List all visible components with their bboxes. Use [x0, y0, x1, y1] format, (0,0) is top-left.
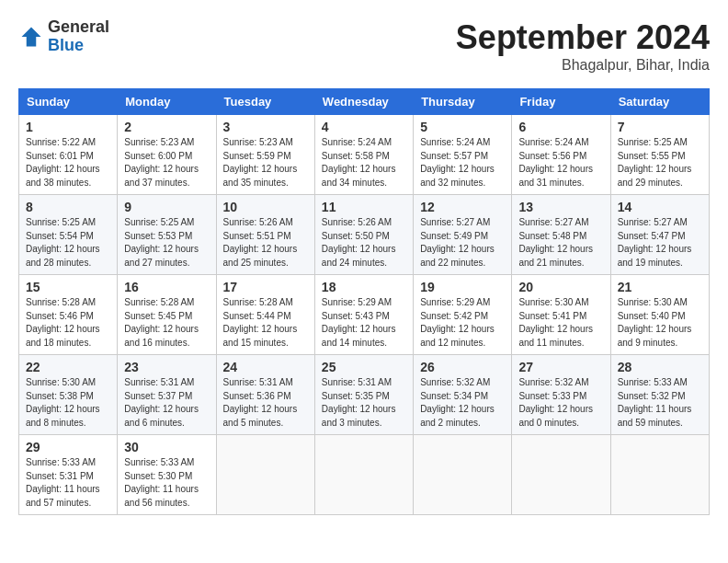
day-info: Sunrise: 5:30 AM Sunset: 5:41 PM Dayligh…	[518, 296, 603, 350]
day-number: 19	[420, 280, 505, 294]
day-info: Sunrise: 5:24 AM Sunset: 5:57 PM Dayligh…	[420, 136, 505, 190]
day-info: Sunrise: 5:28 AM Sunset: 5:44 PM Dayligh…	[223, 296, 308, 350]
weekday-header: Sunday	[19, 89, 118, 115]
calendar-cell: 24Sunrise: 5:31 AM Sunset: 5:36 PM Dayli…	[216, 355, 314, 435]
day-info: Sunrise: 5:27 AM Sunset: 5:47 PM Dayligh…	[618, 216, 702, 270]
day-info: Sunrise: 5:29 AM Sunset: 5:43 PM Dayligh…	[322, 296, 406, 350]
day-number: 7	[618, 120, 702, 134]
calendar-cell: 6Sunrise: 5:24 AM Sunset: 5:56 PM Daylig…	[512, 115, 610, 195]
calendar-cell: 3Sunrise: 5:23 AM Sunset: 5:59 PM Daylig…	[216, 115, 314, 195]
page-header: General Blue September 2024 Bhagalpur, B…	[18, 18, 710, 74]
logo: General Blue	[18, 18, 109, 55]
calendar-table: SundayMondayTuesdayWednesdayThursdayFrid…	[18, 88, 710, 515]
day-number: 29	[26, 440, 110, 454]
day-number: 16	[124, 280, 209, 294]
calendar-cell: 26Sunrise: 5:32 AM Sunset: 5:34 PM Dayli…	[414, 355, 512, 435]
weekday-header: Friday	[512, 89, 610, 115]
day-info: Sunrise: 5:30 AM Sunset: 5:40 PM Dayligh…	[618, 296, 702, 350]
calendar-cell	[610, 435, 709, 515]
day-number: 20	[518, 280, 603, 294]
day-number: 17	[223, 280, 308, 294]
day-number: 8	[26, 200, 110, 214]
calendar-cell: 13Sunrise: 5:27 AM Sunset: 5:48 PM Dayli…	[512, 195, 610, 275]
calendar-cell: 16Sunrise: 5:28 AM Sunset: 5:45 PM Dayli…	[118, 275, 216, 355]
month-title: September 2024	[456, 18, 710, 57]
calendar-cell: 25Sunrise: 5:31 AM Sunset: 5:35 PM Dayli…	[314, 355, 413, 435]
title-block: September 2024 Bhagalpur, Bihar, India	[456, 18, 710, 74]
logo-general: General	[48, 17, 109, 36]
day-number: 2	[124, 120, 209, 134]
calendar-week-row: 22Sunrise: 5:30 AM Sunset: 5:38 PM Dayli…	[19, 355, 710, 435]
day-info: Sunrise: 5:25 AM Sunset: 5:54 PM Dayligh…	[26, 216, 110, 270]
day-info: Sunrise: 5:25 AM Sunset: 5:55 PM Dayligh…	[618, 136, 702, 190]
day-info: Sunrise: 5:33 AM Sunset: 5:32 PM Dayligh…	[618, 376, 702, 430]
day-info: Sunrise: 5:29 AM Sunset: 5:42 PM Dayligh…	[420, 296, 505, 350]
calendar-cell: 15Sunrise: 5:28 AM Sunset: 5:46 PM Dayli…	[19, 275, 118, 355]
calendar-cell: 1Sunrise: 5:22 AM Sunset: 6:01 PM Daylig…	[19, 115, 118, 195]
calendar-cell: 29Sunrise: 5:33 AM Sunset: 5:31 PM Dayli…	[19, 435, 118, 515]
day-info: Sunrise: 5:28 AM Sunset: 5:46 PM Dayligh…	[26, 296, 110, 350]
day-info: Sunrise: 5:22 AM Sunset: 6:01 PM Dayligh…	[26, 136, 110, 190]
weekday-header: Wednesday	[314, 89, 413, 115]
day-number: 23	[124, 360, 209, 374]
day-number: 1	[26, 120, 110, 134]
day-number: 30	[124, 440, 209, 454]
calendar-cell: 17Sunrise: 5:28 AM Sunset: 5:44 PM Dayli…	[216, 275, 314, 355]
day-number: 28	[618, 360, 702, 374]
day-info: Sunrise: 5:31 AM Sunset: 5:36 PM Dayligh…	[223, 376, 308, 430]
calendar-cell: 27Sunrise: 5:32 AM Sunset: 5:33 PM Dayli…	[512, 355, 610, 435]
calendar-cell	[314, 435, 413, 515]
day-info: Sunrise: 5:23 AM Sunset: 5:59 PM Dayligh…	[223, 136, 308, 190]
day-number: 6	[518, 120, 603, 134]
day-info: Sunrise: 5:31 AM Sunset: 5:37 PM Dayligh…	[124, 376, 209, 430]
day-info: Sunrise: 5:33 AM Sunset: 5:30 PM Dayligh…	[124, 456, 209, 510]
day-number: 18	[322, 280, 406, 294]
calendar-cell: 12Sunrise: 5:27 AM Sunset: 5:49 PM Dayli…	[414, 195, 512, 275]
day-info: Sunrise: 5:30 AM Sunset: 5:38 PM Dayligh…	[26, 376, 110, 430]
day-number: 12	[420, 200, 505, 214]
day-info: Sunrise: 5:25 AM Sunset: 5:53 PM Dayligh…	[124, 216, 209, 270]
day-info: Sunrise: 5:32 AM Sunset: 5:34 PM Dayligh…	[420, 376, 505, 430]
calendar-week-row: 15Sunrise: 5:28 AM Sunset: 5:46 PM Dayli…	[19, 275, 710, 355]
weekday-header-row: SundayMondayTuesdayWednesdayThursdayFrid…	[19, 89, 710, 115]
day-number: 25	[322, 360, 406, 374]
weekday-header: Thursday	[414, 89, 512, 115]
calendar-cell: 7Sunrise: 5:25 AM Sunset: 5:55 PM Daylig…	[610, 115, 709, 195]
calendar-cell: 18Sunrise: 5:29 AM Sunset: 5:43 PM Dayli…	[314, 275, 413, 355]
calendar-cell: 20Sunrise: 5:30 AM Sunset: 5:41 PM Dayli…	[512, 275, 610, 355]
calendar-week-row: 8Sunrise: 5:25 AM Sunset: 5:54 PM Daylig…	[19, 195, 710, 275]
calendar-cell: 4Sunrise: 5:24 AM Sunset: 5:58 PM Daylig…	[314, 115, 413, 195]
day-number: 3	[223, 120, 308, 134]
day-number: 15	[26, 280, 110, 294]
day-info: Sunrise: 5:26 AM Sunset: 5:51 PM Dayligh…	[223, 216, 308, 270]
day-info: Sunrise: 5:33 AM Sunset: 5:31 PM Dayligh…	[26, 456, 110, 510]
day-number: 10	[223, 200, 308, 214]
day-info: Sunrise: 5:26 AM Sunset: 5:50 PM Dayligh…	[322, 216, 406, 270]
calendar-cell: 22Sunrise: 5:30 AM Sunset: 5:38 PM Dayli…	[19, 355, 118, 435]
day-info: Sunrise: 5:27 AM Sunset: 5:48 PM Dayligh…	[518, 216, 603, 270]
day-info: Sunrise: 5:31 AM Sunset: 5:35 PM Dayligh…	[322, 376, 406, 430]
day-info: Sunrise: 5:32 AM Sunset: 5:33 PM Dayligh…	[518, 376, 603, 430]
day-number: 24	[223, 360, 308, 374]
day-info: Sunrise: 5:27 AM Sunset: 5:49 PM Dayligh…	[420, 216, 505, 270]
day-number: 5	[420, 120, 505, 134]
day-info: Sunrise: 5:24 AM Sunset: 5:58 PM Dayligh…	[322, 136, 406, 190]
logo-blue: Blue	[48, 36, 84, 54]
day-number: 14	[618, 200, 702, 214]
calendar-week-row: 29Sunrise: 5:33 AM Sunset: 5:31 PM Dayli…	[19, 435, 710, 515]
calendar-cell: 28Sunrise: 5:33 AM Sunset: 5:32 PM Dayli…	[610, 355, 709, 435]
day-info: Sunrise: 5:24 AM Sunset: 5:56 PM Dayligh…	[518, 136, 603, 190]
day-number: 26	[420, 360, 505, 374]
location: Bhagalpur, Bihar, India	[456, 57, 710, 74]
weekday-header: Monday	[118, 89, 216, 115]
calendar-cell: 11Sunrise: 5:26 AM Sunset: 5:50 PM Dayli…	[314, 195, 413, 275]
day-number: 9	[124, 200, 209, 214]
svg-marker-0	[22, 27, 41, 46]
calendar-cell: 19Sunrise: 5:29 AM Sunset: 5:42 PM Dayli…	[414, 275, 512, 355]
calendar-cell: 30Sunrise: 5:33 AM Sunset: 5:30 PM Dayli…	[118, 435, 216, 515]
day-info: Sunrise: 5:23 AM Sunset: 6:00 PM Dayligh…	[124, 136, 209, 190]
calendar-cell: 2Sunrise: 5:23 AM Sunset: 6:00 PM Daylig…	[118, 115, 216, 195]
calendar-cell: 21Sunrise: 5:30 AM Sunset: 5:40 PM Dayli…	[610, 275, 709, 355]
weekday-header: Saturday	[610, 89, 709, 115]
day-info: Sunrise: 5:28 AM Sunset: 5:45 PM Dayligh…	[124, 296, 209, 350]
